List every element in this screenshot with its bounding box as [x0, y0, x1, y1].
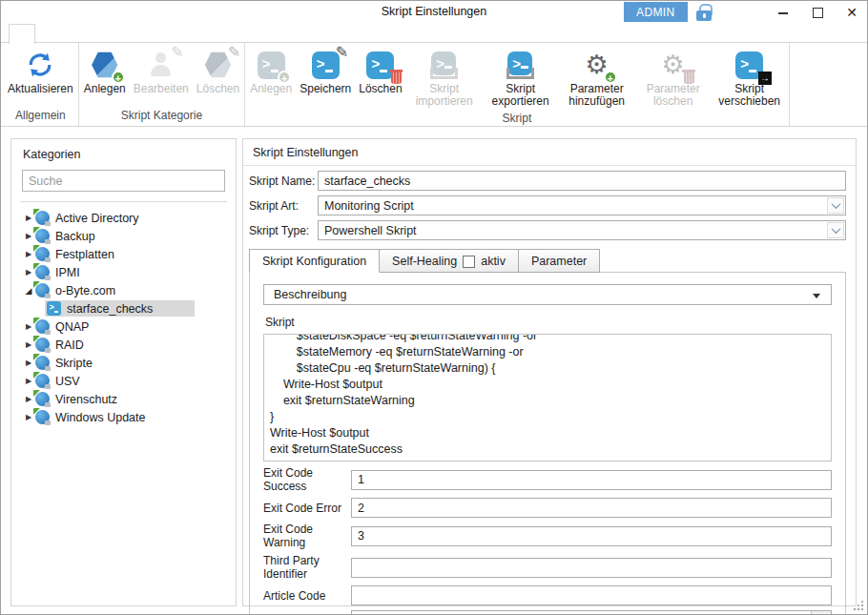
skript-art-select[interactable]: Monitoring Script [318, 195, 846, 215]
tree-item-o-byte-com[interactable]: ◢ o-Byte.com [22, 281, 225, 299]
ribbon-tab-stub[interactable] [9, 24, 35, 44]
skript-name-input[interactable] [318, 171, 846, 191]
regenerate-id-button[interactable]: ⟳ [811, 611, 831, 615]
tree-item-windows-update[interactable]: ▶ Windows Update [22, 408, 225, 426]
ribbon-group-label: Skript Kategorie [80, 107, 243, 126]
panel-title: Skript Einstellungen [243, 139, 856, 166]
skript-type-label: Skript Type: [249, 224, 318, 237]
resize-grip[interactable] [852, 599, 864, 611]
tree-item-backup[interactable]: ▶ Backup [22, 227, 225, 245]
exit-code-warning-label: Exit Code Warning [263, 523, 351, 549]
third-party-identifier-input[interactable] [351, 558, 832, 578]
parameter-loeschen-button: ⚙ Parameter löschen [635, 48, 712, 110]
skript-code-label: Skript [265, 316, 832, 329]
aktiv-label: aktiv [481, 255, 506, 268]
ribbon-group-label: Skript [246, 110, 787, 129]
ribbon-group-allgemein: Aktualisieren Allgemein [3, 43, 79, 126]
category-icon [35, 265, 50, 279]
category-tree: ▶ Active Directory ▶ Backup ▶ Festplatte… [22, 209, 225, 597]
minimize-button[interactable] [777, 7, 789, 18]
parameter-delete-icon: ⚙ [657, 49, 690, 81]
category-icon [35, 319, 50, 334]
ribbon-tab-row [1, 24, 867, 43]
script-code-editor[interactable]: $stateDiskSpace -eq $returnStateWarning … [263, 334, 832, 461]
dropdown-arrow-icon [813, 294, 820, 298]
article-code-label: Article Code [263, 589, 351, 603]
third-party-identifier-label: Third Party Identifier [263, 554, 351, 581]
script-save-icon: ✎ [309, 49, 341, 81]
keyhole [703, 13, 706, 18]
selected-highlight: starface_checks [45, 300, 195, 317]
window-title: Skript Einstellungen [1, 5, 867, 18]
tree-item-active-directory[interactable]: ▶ Active Directory [22, 209, 225, 227]
category-delete-icon: ✎ [201, 49, 234, 81]
category-icon [35, 392, 50, 406]
tree-item-raid[interactable]: ▶ RAID [22, 336, 225, 354]
category-add-icon: + [89, 49, 121, 81]
skript-exportieren-button[interactable]: Skript exportieren [483, 48, 559, 110]
tree-item-ipmi[interactable]: ▶ IPMI [22, 263, 225, 281]
categories-title: Kategorien [23, 148, 225, 161]
category-icon [35, 229, 50, 243]
exit-code-error-label: Exit Code Error [263, 502, 351, 515]
parameter-hinzufuegen-button[interactable]: ⚙+ Parameter hinzufügen [559, 48, 635, 110]
self-healing-aktiv-checkbox[interactable] [463, 256, 475, 268]
content-area: Kategorien ▶ Active Directory ▶ Backup ▶ [1, 127, 867, 615]
app-window: Skript Einstellungen ADMIN ✕ [0, 0, 868, 615]
kategorie-anlegen-button[interactable]: + Anlegen [80, 48, 130, 96]
tree-item-festplatten[interactable]: ▶ Festplatten [22, 245, 225, 263]
skript-type-select[interactable]: Powershell Skript [318, 220, 846, 240]
close-button[interactable]: ✕ [846, 7, 858, 18]
tree-item-qnap[interactable]: ▶ QNAP [22, 318, 225, 336]
category-icon [35, 211, 50, 225]
titlebar: Skript Einstellungen ADMIN ✕ [1, 1, 867, 24]
skript-anlegen-button: + Anlegen [246, 48, 296, 96]
exit-code-warning-input[interactable] [351, 526, 832, 546]
skript-verschieben-button[interactable]: → Skript verschieben [712, 48, 788, 110]
kategorie-loeschen-button: ✎ Löschen [193, 48, 243, 96]
admin-button[interactable]: ADMIN [624, 2, 688, 22]
skript-name-label: Skript Name: [249, 174, 318, 188]
beschreibung-select[interactable]: Beschreibung [263, 284, 832, 305]
maximize-button[interactable] [812, 7, 823, 18]
tab-parameter[interactable]: Parameter [519, 249, 600, 273]
tree-item-starface-checks[interactable]: starface_checks [22, 299, 225, 318]
categories-panel: Kategorien ▶ Active Directory ▶ Backup ▶ [10, 138, 237, 606]
category-icon [35, 338, 50, 352]
category-icon [35, 374, 50, 388]
lock-icon[interactable] [696, 4, 712, 21]
tree-item-usv[interactable]: ▶ USV [22, 372, 225, 390]
tab-skript-konfiguration[interactable]: Skript Konfiguration [249, 249, 380, 273]
refresh-icon [24, 49, 56, 81]
script-settings-panel: Skript Einstellungen Skript Name: Skript… [242, 138, 857, 606]
tabbar: Skript Konfiguration Self-Healing aktiv … [249, 249, 846, 273]
search-input[interactable] [22, 170, 225, 192]
category-icon [35, 410, 50, 424]
exit-code-error-input[interactable] [351, 498, 832, 518]
ribbon-group-label: Allgemein [4, 107, 77, 126]
window-controls: ✕ [777, 1, 858, 24]
ribbon-group-skript: + Anlegen ✎ Speichern Löschen [245, 43, 789, 126]
article-code-input[interactable] [351, 585, 832, 605]
skript-importieren-button: Skript importieren [406, 48, 483, 110]
category-icon [35, 247, 50, 261]
tree-item-skripte[interactable]: ▶ Skripte [22, 354, 225, 372]
tree-item-virenschutz[interactable]: ▶ Virenschutz [22, 390, 225, 408]
script-export-icon [505, 49, 537, 81]
powershell-script-icon [47, 301, 61, 316]
divider [20, 201, 227, 202]
skript-speichern-button[interactable]: ✎ Speichern [296, 48, 355, 96]
category-edit-icon: ✎ [145, 49, 177, 81]
ribbon: Aktualisieren Allgemein + Anlegen ✎ Bear… [1, 43, 867, 127]
exit-code-success-input[interactable] [351, 470, 832, 490]
uniqueid-input[interactable] [352, 611, 811, 615]
script-add-icon: + [255, 49, 287, 81]
script-move-icon: → [734, 49, 766, 81]
skript-loeschen-button[interactable]: Löschen [355, 48, 405, 96]
script-import-icon [428, 49, 461, 81]
category-icon [35, 283, 50, 297]
tab-self-healing[interactable]: Self-Healing aktiv [380, 249, 519, 273]
aktualisieren-button[interactable]: Aktualisieren [4, 48, 77, 96]
chevron-down-icon[interactable] [827, 222, 844, 238]
chevron-down-icon[interactable] [827, 197, 844, 214]
